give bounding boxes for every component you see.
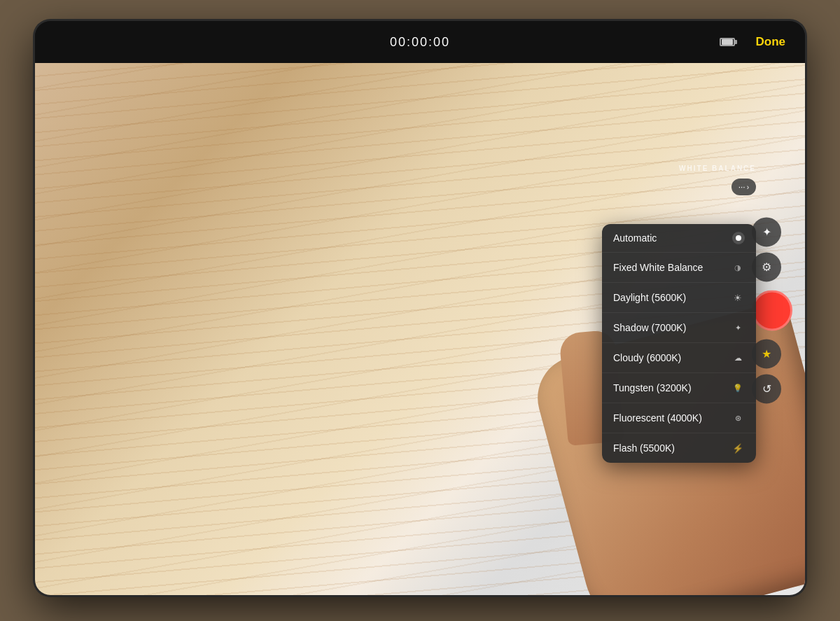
wb-item-shadow[interactable]: Shadow (7000K) ✦ bbox=[602, 313, 756, 343]
wb-selected-indicator bbox=[732, 232, 745, 244]
wb-item-tungsten[interactable]: Tungsten (3200K) 💡 bbox=[602, 373, 756, 403]
more-label: ··· bbox=[738, 182, 746, 192]
settings-icon: ⚙ bbox=[762, 260, 771, 274]
timer-display: 00:00:00 bbox=[390, 35, 450, 50]
wb-item-daylight[interactable]: Daylight (5600K) ☀ bbox=[602, 283, 756, 313]
more-button[interactable]: ··· › bbox=[732, 179, 756, 195]
record-button[interactable] bbox=[752, 290, 792, 330]
wb-icon-tungsten: 💡 bbox=[731, 381, 745, 395]
wb-icon-fluorescent: ⊛ bbox=[731, 411, 745, 425]
light-button[interactable]: ✦ bbox=[752, 217, 781, 246]
wb-icon-cloudy: ☁ bbox=[731, 351, 745, 365]
camera-view: WHITE BALANCE ··· › Automatic Fixed Whit… bbox=[35, 63, 805, 595]
wb-item-fixed[interactable]: Fixed White Balance ◑ bbox=[602, 253, 756, 283]
wb-item-label-tungsten: Tungsten (3200K) bbox=[613, 382, 692, 393]
wb-item-fluorescent[interactable]: Fluorescent (4000K) ⊛ bbox=[602, 403, 756, 433]
battery-icon bbox=[720, 38, 735, 46]
settings-button[interactable]: ⚙ bbox=[752, 252, 781, 281]
wb-icon-flash: ⚡ bbox=[731, 441, 745, 455]
wb-item-label-flash: Flash (5500K) bbox=[613, 442, 675, 454]
wb-item-label-daylight: Daylight (5600K) bbox=[613, 292, 686, 303]
side-controls: ✦ ⚙ ★ ↺ bbox=[752, 217, 792, 403]
wb-item-label-shadow: Shadow (7000K) bbox=[613, 322, 686, 333]
wb-icon-shadow: ✦ bbox=[731, 321, 745, 335]
wb-item-automatic[interactable]: Automatic bbox=[602, 224, 756, 253]
wb-section-label: WHITE BALANCE bbox=[679, 165, 756, 172]
wb-item-label-fluorescent: Fluorescent (4000K) bbox=[613, 412, 702, 424]
wb-icon-daylight: ☀ bbox=[731, 291, 745, 305]
star-icon: ★ bbox=[762, 347, 771, 361]
wb-item-flash[interactable]: Flash (5500K) ⚡ bbox=[602, 433, 756, 463]
wb-item-cloudy[interactable]: Cloudy (6000K) ☁ bbox=[602, 343, 756, 373]
wb-item-label-automatic: Automatic bbox=[613, 232, 657, 244]
wb-item-label-fixed: Fixed White Balance bbox=[613, 262, 703, 273]
arrow-icon: › bbox=[747, 183, 749, 191]
star-button[interactable]: ★ bbox=[752, 339, 781, 368]
wb-dropdown: Automatic Fixed White Balance ◑ Daylight… bbox=[602, 224, 756, 463]
wb-icon-fixed: ◑ bbox=[731, 260, 745, 274]
done-button[interactable]: Done bbox=[756, 35, 786, 49]
light-icon: ✦ bbox=[762, 225, 771, 239]
top-bar: 00:00:00 Done bbox=[35, 21, 805, 63]
wb-item-label-cloudy: Cloudy (6000K) bbox=[613, 352, 681, 363]
device-frame: 00:00:00 Done WHITE BALANCE ··· › Automa… bbox=[35, 21, 805, 595]
refresh-button[interactable]: ↺ bbox=[752, 374, 781, 403]
refresh-icon: ↺ bbox=[762, 382, 771, 396]
